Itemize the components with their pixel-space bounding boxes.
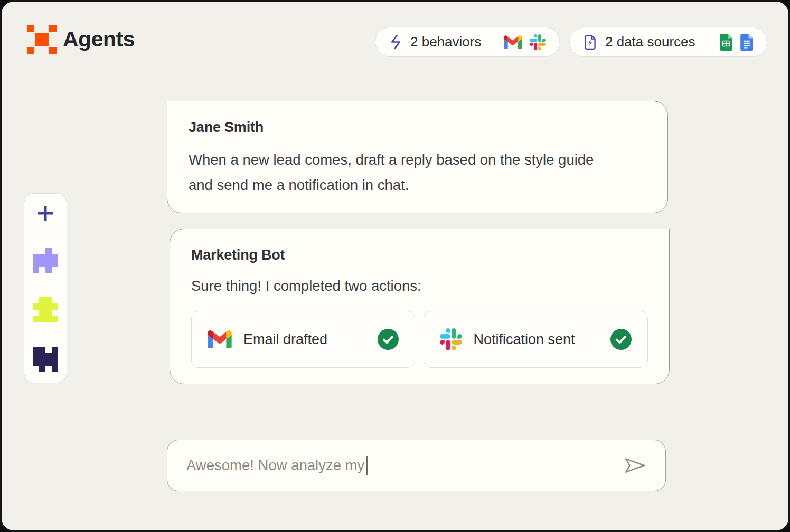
message-card-bot: Marketing Bot Sure thing! I completed tw… xyxy=(170,229,670,384)
screenshot-frame: Agents 2 behaviors xyxy=(0,0,790,532)
action-chip-label: Notification sent xyxy=(474,331,575,348)
action-chip-email-drafted[interactable]: Email drafted xyxy=(191,311,415,368)
action-chip-notification-sent[interactable]: Notification sent xyxy=(424,311,648,368)
message-text: When a new lead comes, draft a reply bas… xyxy=(189,147,617,198)
data-sources-pill-label: 2 data sources xyxy=(605,34,695,50)
message-card-user: Jane Smith When a new lead comes, draft … xyxy=(167,101,668,213)
add-agent-button[interactable] xyxy=(35,203,55,223)
message-text: Sure thing! I completed two actions: xyxy=(191,277,648,295)
slack-icon xyxy=(440,328,462,350)
agents-sidebar xyxy=(24,193,67,383)
lime-agent-avatar[interactable] xyxy=(33,297,58,322)
slack-icon xyxy=(530,34,546,50)
composer-typed-text: Awesome! Now analyze my xyxy=(186,457,364,474)
message-author: Jane Smith xyxy=(189,119,646,136)
action-chip-label: Email drafted xyxy=(243,331,327,348)
message-author: Marketing Bot xyxy=(191,247,648,263)
document-bolt-icon xyxy=(584,34,597,50)
check-circle-icon xyxy=(378,329,399,350)
navy-agent-avatar[interactable] xyxy=(33,347,58,372)
data-sources-pill[interactable]: 2 data sources xyxy=(569,27,767,57)
composer-input[interactable]: Awesome! Now analyze my xyxy=(167,440,666,491)
page-title: Agents xyxy=(63,27,135,52)
send-icon[interactable] xyxy=(624,457,646,474)
gmail-icon xyxy=(504,35,522,49)
gmail-icon xyxy=(208,330,232,348)
behaviors-pill[interactable]: 2 behaviors xyxy=(375,27,560,57)
pixel-x-logo-icon xyxy=(27,25,57,54)
purple-agent-avatar[interactable] xyxy=(33,248,58,273)
completed-actions-row: Email drafted xyxy=(191,311,648,368)
bolt-icon xyxy=(389,34,402,50)
google-docs-icon xyxy=(740,34,753,51)
check-circle-icon xyxy=(610,329,632,350)
text-cursor xyxy=(366,456,368,475)
plus-icon xyxy=(36,204,55,223)
google-sheets-icon xyxy=(720,34,732,51)
agents-app-window: Agents 2 behaviors xyxy=(0,0,790,532)
behaviors-pill-label: 2 behaviors xyxy=(410,34,481,50)
